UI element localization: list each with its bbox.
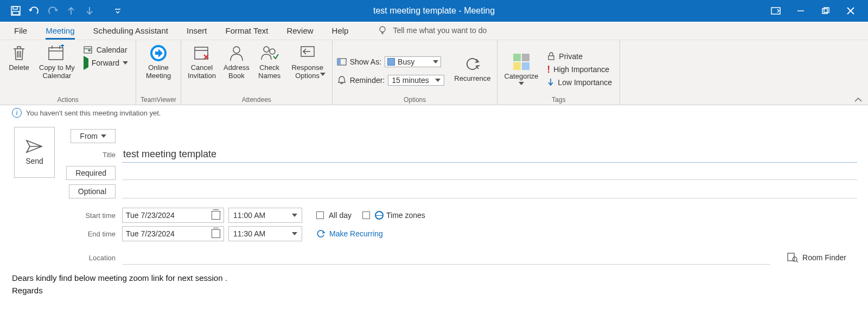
- tab-file[interactable]: File: [14, 26, 27, 40]
- all-day-checkbox[interactable]: All day: [316, 211, 352, 220]
- group-attendees-label: Attendees: [242, 95, 271, 104]
- cancel-invitation-button[interactable]: Cancel Invitation: [186, 42, 218, 81]
- recur-icon: [316, 229, 326, 238]
- chevron-down-icon: [292, 232, 297, 235]
- globe-icon: [375, 211, 384, 220]
- send-button[interactable]: Send: [14, 127, 55, 178]
- show-as-icon: [337, 58, 347, 66]
- check-names-button[interactable]: Check Names: [255, 42, 284, 81]
- required-input[interactable]: [122, 166, 857, 180]
- ribbon-tabs: File Meeting Scheduling Assistant Insert…: [0, 22, 868, 40]
- end-time-label: End time: [61, 230, 116, 238]
- calendar-cancel-icon: [192, 43, 212, 63]
- required-button[interactable]: Required: [66, 166, 116, 180]
- private-button[interactable]: Private: [544, 51, 615, 62]
- info-bar: i You haven't sent this meeting invitati…: [0, 105, 868, 120]
- high-importance-button[interactable]: ! High Importance: [544, 64, 615, 75]
- window-title: test meeting template - Meeting: [0, 6, 868, 16]
- calendar-button[interactable]: Calendar: [80, 44, 131, 55]
- tab-insert[interactable]: Insert: [187, 26, 207, 40]
- customize-qat-icon[interactable]: [112, 5, 124, 17]
- end-time-picker[interactable]: 11:30 AM: [228, 226, 302, 241]
- copy-label: Copy to My Calendar: [39, 64, 75, 80]
- ribbon-display-icon[interactable]: [770, 5, 781, 16]
- start-date-picker[interactable]: Tue 7/23/2024: [122, 208, 224, 223]
- svg-point-18: [233, 47, 240, 53]
- reminder-value: 15 minutes: [392, 76, 429, 85]
- tab-meeting[interactable]: Meeting: [46, 26, 74, 40]
- calendar-back-icon: [84, 46, 93, 54]
- collapse-ribbon-icon[interactable]: [854, 97, 863, 104]
- title-label: Title: [61, 151, 116, 159]
- tab-format-text[interactable]: Format Text: [225, 26, 268, 40]
- svg-rect-25: [788, 253, 794, 261]
- make-recurring-link[interactable]: Make Recurring: [316, 229, 383, 238]
- info-text: You haven't sent this meeting invitation…: [26, 109, 161, 117]
- reminder-select[interactable]: 15 minutes: [388, 75, 444, 86]
- maximize-icon[interactable]: [820, 5, 831, 16]
- svg-line-27: [796, 261, 798, 262]
- undo-icon[interactable]: [28, 5, 40, 17]
- end-date-picker[interactable]: Tue 7/23/2024: [122, 226, 224, 241]
- minimize-icon[interactable]: [795, 5, 806, 16]
- all-day-label: All day: [329, 211, 352, 220]
- online-meeting-button[interactable]: Online Meeting: [144, 42, 173, 81]
- low-importance-button[interactable]: Low Importance: [544, 77, 615, 88]
- start-time-picker[interactable]: 11:00 AM: [228, 208, 302, 223]
- timezones-checkbox[interactable]: Time zones: [362, 211, 425, 220]
- tab-review[interactable]: Review: [286, 26, 313, 40]
- tell-me-search[interactable]: Tell me what you want to do: [378, 25, 487, 40]
- start-time-label: Start time: [61, 211, 116, 220]
- svg-point-20: [270, 49, 275, 54]
- trash-icon: [9, 43, 29, 63]
- teamviewer-icon: [149, 43, 168, 63]
- end-date-value: Tue 7/23/2024: [126, 229, 175, 238]
- close-icon[interactable]: [845, 5, 856, 16]
- group-tags: Categorize Private ! High Importance: [497, 40, 620, 105]
- address-book-button[interactable]: Address Book: [221, 42, 252, 81]
- delete-button[interactable]: Delete: [4, 42, 34, 73]
- group-teamviewer: Online Meeting TeamViewer: [136, 40, 181, 105]
- svg-rect-2: [12, 11, 19, 15]
- show-as-select[interactable]: Busy: [385, 56, 441, 67]
- arrow-up-icon[interactable]: [65, 5, 77, 17]
- svg-point-9: [380, 27, 385, 32]
- location-input[interactable]: [122, 251, 770, 265]
- categorize-label: Categorize: [504, 73, 538, 81]
- checknames-label: Check Names: [258, 64, 280, 80]
- chevron-down-icon: [433, 60, 438, 63]
- response-options-button[interactable]: Response Options: [288, 42, 328, 77]
- title-input[interactable]: [122, 146, 857, 163]
- private-label: Private: [559, 52, 583, 61]
- arrow-down-icon[interactable]: [84, 5, 95, 17]
- categorize-button[interactable]: Categorize: [502, 51, 540, 86]
- person-icon: [227, 43, 246, 63]
- svg-rect-10: [49, 48, 63, 60]
- meeting-form: Send From Title Required Optional: [0, 120, 868, 267]
- message-body[interactable]: Dears kindly find below meeting zoom lin…: [0, 267, 868, 302]
- svg-rect-1: [13, 7, 17, 9]
- chevron-down-icon: [123, 61, 128, 65]
- down-arrow-icon: [547, 78, 554, 87]
- svg-point-19: [264, 47, 269, 52]
- required-label: Required: [75, 169, 106, 177]
- tab-help[interactable]: Help: [332, 26, 349, 40]
- optional-button[interactable]: Optional: [69, 184, 116, 198]
- online-meeting-label: Online Meeting: [146, 64, 171, 80]
- tab-scheduling[interactable]: Scheduling Assistant: [93, 26, 168, 40]
- show-as-label: Show As:: [350, 57, 381, 66]
- optional-input[interactable]: [122, 185, 857, 198]
- start-date-value: Tue 7/23/2024: [126, 211, 175, 220]
- room-finder-button[interactable]: Room Finder: [787, 253, 846, 262]
- copy-to-calendar-button[interactable]: Copy to My Calendar: [37, 42, 77, 81]
- recurrence-button[interactable]: Recurrence: [452, 53, 493, 84]
- location-label: Location: [61, 254, 116, 262]
- from-button[interactable]: From: [71, 129, 116, 143]
- from-label: From: [80, 132, 98, 140]
- addressbook-label: Address Book: [224, 64, 250, 80]
- chevron-down-icon: [519, 82, 524, 85]
- redo-icon[interactable]: [47, 5, 59, 17]
- save-icon[interactable]: [10, 5, 22, 17]
- group-teamviewer-label: TeamViewer: [141, 95, 176, 104]
- forward-button[interactable]: Forward: [80, 57, 131, 68]
